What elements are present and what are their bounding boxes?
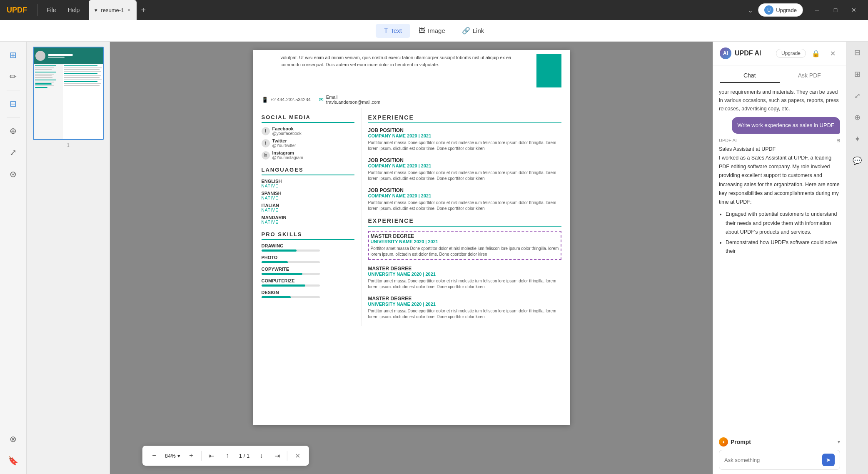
rs-export-icon[interactable]: ⤢ [846,85,868,107]
skill-bar-bg-drawing [262,249,320,252]
tab-add-button[interactable]: + [137,0,150,20]
social-media-section: SOCIAL MEDIA f Facebook @yourfacebook t [262,114,354,160]
left-sidebar: ⊞ ✏ ⊟ ⊕ ⤢ ⊛ ⊗ 🔖 [0,42,27,474]
toolbar-text-btn[interactable]: T Text [376,24,410,38]
exp-edu-item-2: MASTER DEGREE UNIVERSITY NAME 2020 | 202… [368,266,561,290]
lang-spanish: SPANISH NATIVE [262,191,354,200]
twitter-handle: @Yourtwitter [272,143,296,148]
zoom-value[interactable]: 84% ▾ [162,453,183,459]
toolbar-image-btn[interactable]: 🖼 Image [410,24,454,38]
zoom-in-btn[interactable]: + [184,448,199,463]
lang-mandarin: MANDARIN NATIVE [262,215,354,225]
rs-chat-icon[interactable]: 💬 [846,150,868,172]
skill-bar-fill-photo [262,261,288,263]
copy-icon[interactable]: ⊟ [836,138,840,143]
skill-computerize: COMPUTERIZE [262,278,354,287]
sidebar-icon-organize[interactable]: ⊕ [3,121,23,141]
prompt-chevron-icon[interactable]: ▾ [838,439,840,445]
tab-ask-pdf[interactable]: Ask PDF [780,69,840,83]
upgrade-button-title[interactable]: U Upgrade [758,3,803,17]
main-layout: ⊞ ✏ ⊟ ⊕ ⤢ ⊛ ⊗ 🔖 [0,42,868,474]
skill-bar-bg-copywrite [262,273,320,275]
menu-file[interactable]: File [41,7,62,13]
rs-history-icon[interactable]: ⊟ [846,42,868,63]
instagram-handle: @Yourinstagram [272,155,303,160]
rs-expand-icon[interactable]: ⊞ [846,63,868,85]
prompt-send-btn[interactable]: ➤ [822,454,835,466]
ai-bullet-1: Engaged with potential customers to unde… [726,210,840,237]
sidebar-icon-convert[interactable]: ⤢ [3,142,23,162]
tab-close[interactable]: ✕ [127,7,131,13]
sidebar-icon-protect[interactable]: ⊛ [3,164,23,184]
prompt-header: ✦ Prompt ▾ [719,437,840,447]
sidebar-icon-edit[interactable]: ⊟ [3,94,23,114]
image-toolbar-icon: 🖼 [419,27,425,35]
text-toolbar-icon: T [384,27,388,35]
bt-separator-2 [287,451,287,461]
win-minimize[interactable]: ─ [808,0,826,20]
lang-english: ENGLISH NATIVE [262,179,354,188]
page-thumbnail[interactable] [33,47,104,140]
prompt-label: Prompt [731,439,835,445]
sidebar-icon-draw[interactable]: ✏ [3,67,23,87]
sidebar-divider-1 [7,90,20,90]
nav-last-btn[interactable]: ⇥ [269,448,284,463]
window-controls: ─ □ ✕ [808,0,863,20]
ai-response-list: Engaged with potential customers to unde… [719,210,840,256]
upgrade-label: Upgrade [776,7,797,13]
lang-italian: ITALIAN NATIVE [262,203,354,212]
pro-skills-title: PRO SKILLS [262,231,354,240]
right-side-icons: ⊟ ⊞ ⤢ ⊕ ✦ 💬 [846,42,868,474]
ai-panel-header: AI UPDF AI Upgrade 🔒 ✕ [713,42,846,65]
tab-arrow: ▾ [95,7,97,13]
zoom-out-btn[interactable]: − [147,448,162,463]
nav-next-btn[interactable]: ↓ [254,448,269,463]
user-message: Write work experience as sales in UPDF [732,117,840,134]
right-panel: AI UPDF AI Upgrade 🔒 ✕ Chat Ask PDF your… [713,42,846,474]
rs-star-icon[interactable]: ✦ [846,128,868,150]
toolbar-link-btn[interactable]: 🔗 Link [454,23,493,38]
intro-text: volutpat. Ut wisi enim ad minim veniam, … [281,54,530,68]
resume-right: EXPERIENCE JOB POSITION COMPANY NAME 202… [362,108,561,326]
toolbar-text-label: Text [391,27,402,34]
win-maximize[interactable]: □ [826,0,845,20]
sidebar-divider-2 [7,117,20,117]
sidebar-icon-layers[interactable]: ⊗ [3,429,23,449]
exp-item-1: JOB POSITION COMPANY NAME 2020 | 2021 Po… [368,127,561,152]
tab-chat[interactable]: Chat [720,69,780,83]
skill-bar-fill-copywrite [262,273,302,275]
skill-design: DESIGN [262,290,354,298]
toolbar-close-btn[interactable]: ✕ [290,448,305,463]
social-item-facebook: f Facebook @yourfacebook [262,126,354,136]
menu-help[interactable]: Help [62,7,86,13]
experience-section-1: EXPERIENCE JOB POSITION COMPANY NAME 202… [368,114,561,212]
sidebar-icon-bookmark[interactable]: 🔖 [3,451,23,471]
phone-text: +2 434-232-534234 [271,97,311,102]
tab-resume1[interactable]: ▾ resume-1 ✕ [89,0,137,20]
sidebar-icon-document[interactable]: ⊞ [3,45,23,65]
toolbar-link-label: Link [473,27,484,34]
social-item-twitter: t Twitter @Yourtwitter [262,138,354,148]
ai-bullet-2: Demonstrated how UPDF's software could s… [726,238,840,256]
prompt-icon: ✦ [719,437,728,447]
skill-photo: PHOTO [262,255,354,263]
tab-label: resume-1 [101,7,124,13]
skill-bar-fill-design [262,296,291,298]
prompt-input[interactable] [724,457,819,463]
exp-item-2: JOB POSITION COMPANY NAME 2020 | 2021 Po… [368,157,561,182]
toolbar-image-label: Image [428,27,445,34]
rs-share-icon[interactable]: ⊕ [846,107,868,128]
prompt-bar: ✦ Prompt ▾ ➤ [713,433,846,474]
panel-close-icon[interactable]: ✕ [826,47,839,60]
ai-panel-title: UPDF AI [735,50,773,57]
chat-content[interactable]: your requirements and materials. They ca… [713,83,846,433]
panel-upgrade-btn[interactable]: Upgrade [776,49,806,58]
panel-lock-icon[interactable]: 🔒 [809,47,823,60]
nav-prev-btn[interactable]: ↑ [220,448,235,463]
contact-row: 📱 +2 434-232-534234 ✉ Email travis.ander… [253,91,570,108]
nav-first-btn[interactable]: ⇤ [204,448,219,463]
pdf-area[interactable]: volutpat. Ut wisi enim ad minim veniam, … [110,42,713,474]
tab-list-button[interactable]: ⌄ [748,6,753,14]
exp-edu-item-1-selected[interactable]: MASTER DEGREE UNIVERSITY NAME 2020 | 202… [368,231,561,260]
win-close[interactable]: ✕ [845,0,863,20]
